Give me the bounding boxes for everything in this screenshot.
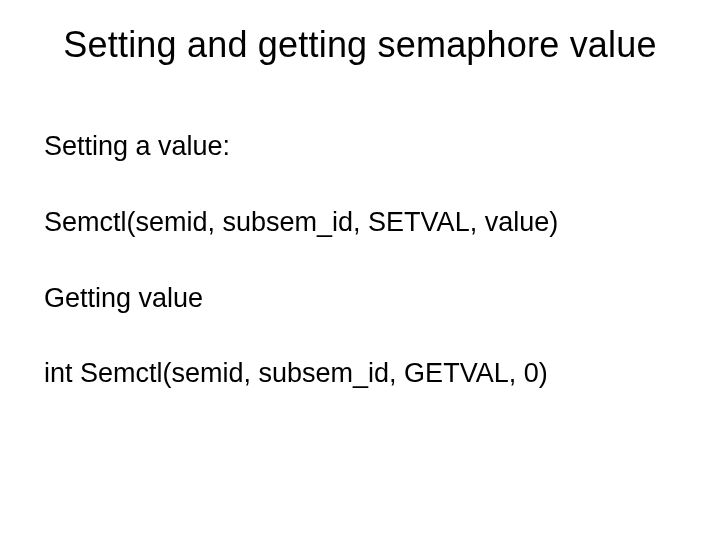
text-line: Semctl(semid, subsem_id, SETVAL, value) bbox=[44, 206, 676, 240]
slide: Setting and getting semaphore value Sett… bbox=[0, 0, 720, 540]
text-line: Setting a value: bbox=[44, 130, 676, 164]
text-line: int Semctl(semid, subsem_id, GETVAL, 0) bbox=[44, 357, 676, 391]
text-line: Getting value bbox=[44, 282, 676, 316]
slide-title: Setting and getting semaphore value bbox=[0, 24, 720, 66]
slide-body: Setting a value: Semctl(semid, subsem_id… bbox=[44, 130, 676, 391]
